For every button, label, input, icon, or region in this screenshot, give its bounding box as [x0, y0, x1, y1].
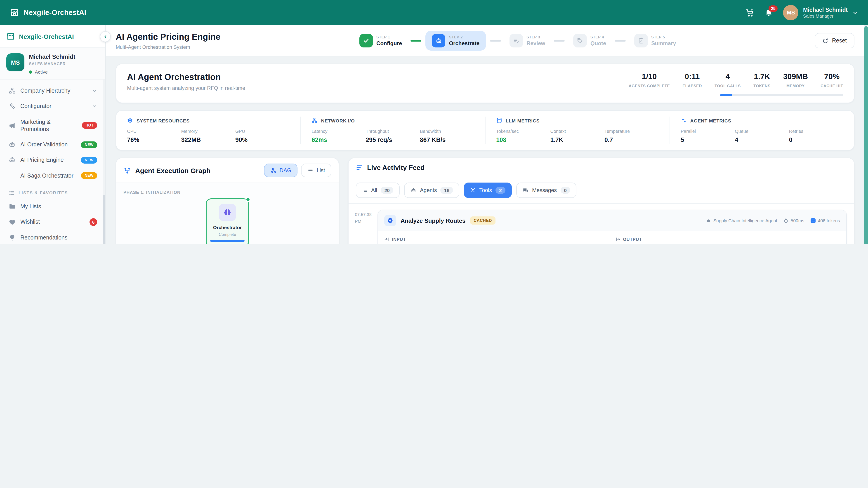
stat-label: CACHE HIT: [820, 84, 843, 88]
sidebar-item-ai-pricing-engine[interactable]: AI Pricing Engine NEW: [4, 153, 101, 168]
metric-value: 1.7K: [550, 136, 604, 143]
feed-agent: Supply Chain Intelligence Agent: [706, 218, 777, 223]
section-lists-favorites: LISTS & FAVORITES: [4, 184, 101, 199]
robot-icon: [410, 187, 416, 193]
output-column: OUTPUT { "success": true, "dataPoints": …: [615, 237, 840, 244]
sidebar-item-wishlist[interactable]: Wishlist 6: [4, 214, 101, 230]
sidebar-item-marketing-promotions[interactable]: Marketing & Promotions HOT: [4, 114, 101, 137]
storefront-icon: [10, 8, 19, 17]
stopwatch-icon: [783, 218, 788, 223]
graph-title: Agent Execution Graph: [135, 166, 211, 174]
agent-name: Supply Chain Intelligence Agent: [713, 218, 777, 223]
node-progress-fill: [210, 240, 245, 241]
network-icon: [312, 118, 318, 123]
metric-value: 4: [735, 136, 789, 143]
metric-value: 62ms: [312, 136, 366, 143]
metric-value: 295 req/s: [366, 136, 420, 143]
sidebar-item-ai-saga-orchestrator[interactable]: AI Saga Orchestrator NEW: [4, 168, 101, 184]
step-orchestrate[interactable]: STEP 2 Orchestrate: [426, 31, 486, 51]
step-configure[interactable]: STEP 1 Configure: [355, 31, 406, 50]
page-scrollbar-thumb[interactable]: [864, 26, 868, 244]
page-title-block: AI Agentic Pricing Engine Multi-Agent Or…: [116, 32, 220, 50]
columns: Agent Execution Graph DAG: [116, 158, 855, 244]
view-toggle: DAG List: [264, 164, 331, 177]
sidebar-collapse-button[interactable]: [100, 31, 111, 42]
output-arrow-icon: [615, 237, 620, 242]
sidebar-scrollbar-thumb[interactable]: [103, 195, 105, 244]
output-label: OUTPUT: [623, 237, 642, 242]
metric-group-title: LLM METRICS: [506, 118, 539, 123]
sidebar-item-my-lists[interactable]: My Lists: [4, 199, 101, 215]
metric-label: Tokens/sec: [496, 129, 550, 134]
sidebar-brand: Nexgile-OrchestAI: [19, 33, 74, 40]
sidebar-item-label: My Lists: [20, 203, 97, 210]
messages-icon: [523, 187, 528, 193]
step-review[interactable]: STEP 3 Review: [505, 31, 550, 50]
metric-group-title: AGENT METRICS: [690, 118, 732, 123]
feed-item-analyze-supply-routes[interactable]: Analyze Supply Routes CACHED Supply Chai…: [377, 210, 847, 244]
sidebar-item-company-hierarchy[interactable]: Company Hierarchy: [4, 83, 101, 99]
metric-value: 90%: [235, 136, 289, 143]
user-menu[interactable]: MS Michael Schmidt Sales Manager: [783, 5, 858, 20]
step-quote[interactable]: STEP 4 Quote: [569, 31, 611, 50]
dag-canvas: PHASE 1: INITIALIZATION Orchestrator Com…: [116, 183, 339, 244]
cart-button[interactable]: [746, 8, 755, 17]
step-connector: [490, 40, 501, 41]
gears-icon: [8, 103, 16, 110]
metric-label: Temperature: [604, 129, 659, 134]
tab-all[interactable]: All 20: [356, 183, 400, 198]
new-badge: NEW: [81, 172, 97, 179]
stat-memory: 309MB MEMORY: [783, 72, 808, 88]
tab-label: Agents: [420, 187, 437, 193]
notifications-button[interactable]: 25: [765, 8, 773, 17]
chevron-down-icon: [92, 88, 97, 94]
sidebar-item-ai-order-validation[interactable]: AI Order Validation NEW: [4, 137, 101, 153]
tab-tools[interactable]: Tools 2: [464, 183, 512, 198]
dag-view-button[interactable]: DAG: [264, 164, 298, 177]
storefront-icon: [6, 32, 15, 41]
step-text: STEP 2 Orchestrate: [449, 35, 479, 46]
metric-temperature: Temperature 0.7: [604, 129, 659, 143]
metric-group-title: SYSTEM RESOURCES: [136, 118, 190, 123]
sidebar-nav: Company Hierarchy Configurator Marketing: [0, 79, 105, 244]
notification-count-badge: 25: [769, 5, 778, 11]
stat-label: TOOL CALLS: [715, 84, 741, 88]
stat-agents-complete: 1/10 AGENTS COMPLETE: [629, 72, 670, 88]
input-arrow-icon: [384, 237, 389, 242]
sidebar-user-role: SALES MANAGER: [29, 61, 75, 66]
orchestration-title-block: AI Agent Orchestration Multi-agent syste…: [127, 72, 245, 96]
step-label: Summary: [651, 40, 676, 46]
metric-group-network-io: NETWORK I/O Latency 62ms Throughput 295 …: [301, 117, 485, 144]
node-name: Orchestrator: [210, 225, 245, 231]
metric-value: 322MB: [181, 136, 236, 143]
step-label: Review: [526, 40, 545, 46]
metric-retries: Retries 0: [789, 129, 843, 143]
feed-list: 07:57:38 PM Analyze Supply Routes CACHED: [348, 204, 854, 244]
list-view-button[interactable]: List: [301, 164, 331, 177]
metric-latency: Latency 62ms: [312, 129, 366, 143]
sidebar-item-configurator[interactable]: Configurator: [4, 99, 101, 114]
step-summary[interactable]: STEP 5 Summary: [629, 31, 680, 50]
metric-parallel: Parallel 5: [681, 129, 735, 143]
brain-icon: [219, 204, 236, 221]
metric-group-title: NETWORK I/O: [321, 118, 355, 123]
reset-button[interactable]: Reset: [815, 33, 855, 48]
sidebar-item-recommendations[interactable]: Recommendations: [4, 230, 101, 244]
stat-value: 4: [715, 72, 741, 81]
refresh-icon: [823, 38, 829, 43]
metric-memory: Memory 322MB: [181, 129, 236, 143]
main-area: AI Agentic Pricing Engine Multi-Agent Or…: [106, 25, 868, 244]
new-badge: NEW: [81, 141, 97, 148]
avatar: MS: [783, 5, 799, 20]
input-column: INPUT { "context": "analysis" }: [384, 237, 609, 244]
review-icon: [509, 34, 523, 47]
tab-messages[interactable]: Messages 0: [516, 183, 577, 198]
user-name: Michael Schmidt: [803, 7, 848, 13]
input-label: INPUT: [392, 237, 406, 242]
metric-tokens-sec: Tokens/sec 108: [496, 129, 550, 143]
step-connector: [410, 40, 421, 41]
tab-agents[interactable]: Agents 18: [404, 183, 459, 198]
orchestrator-node[interactable]: Orchestrator Complete: [206, 198, 249, 244]
stat-label: AGENTS COMPLETE: [629, 84, 670, 88]
metric-gpu: GPU 90%: [235, 129, 289, 143]
